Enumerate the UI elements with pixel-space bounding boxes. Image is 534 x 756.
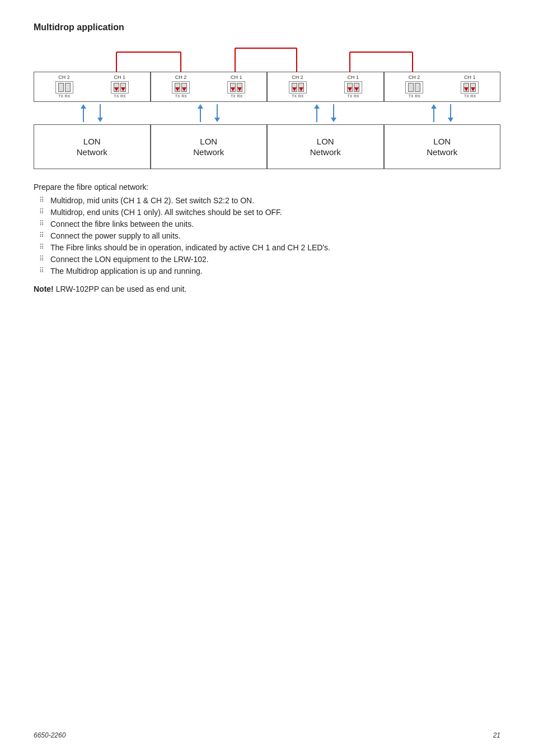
- port-1-ch1-tx: [114, 83, 119, 92]
- arrow-down-1: [97, 104, 103, 122]
- lon-box-1: LONNetwork: [34, 124, 151, 169]
- port-group-2-ch2: [172, 81, 190, 94]
- arrow-area-1: [81, 102, 103, 124]
- port-labels-4-ch1: TX RX: [463, 94, 476, 98]
- port-labels-1-ch2: TX RX: [58, 94, 71, 98]
- arrow-up-4: [431, 104, 437, 122]
- arrow-head-down-4: [448, 118, 453, 122]
- device-channels-1: CH 2 TX RX CH 1: [36, 74, 148, 98]
- arrow-1-ch1-rx: [121, 87, 125, 91]
- arrow-area-3: [314, 102, 336, 124]
- port-group-2-ch1: [227, 81, 245, 94]
- arrow-3-ch1-rx: [354, 87, 359, 91]
- unit-block-4: CH 2 TX RX CH 1: [384, 72, 501, 169]
- port-2-ch1-tx: [230, 83, 236, 92]
- lon-box-3: LONNetwork: [267, 124, 384, 169]
- bullet-item-1: Multidrop, mid units (CH 1 & CH 2). Set …: [34, 196, 500, 205]
- channel-4-ch1-label: CH 1: [464, 74, 476, 80]
- lon-box-2: LONNetwork: [151, 124, 268, 169]
- channel-2-ch2: CH 2 TX RX: [172, 74, 190, 98]
- port-group-3-ch1: [344, 81, 362, 94]
- device-4: CH 2 TX RX CH 1: [384, 72, 501, 102]
- unit-block-3: CH 2 TX RX: [267, 72, 384, 169]
- arrow-shaft-up-4: [433, 109, 434, 122]
- port-labels-2-ch1: TX RX: [230, 94, 242, 98]
- rx-label: RX: [237, 94, 242, 98]
- bullet-item-7: The Multidrop application is up and runn…: [34, 267, 500, 276]
- channel-1-ch2: CH 2 TX RX: [55, 74, 73, 98]
- top-connector: [34, 44, 500, 72]
- content-section: Prepare the fibre optical network: Multi…: [34, 183, 500, 293]
- tx-label: TX: [347, 94, 353, 98]
- bullet-list: Multidrop, mid units (CH 1 & CH 2). Set …: [34, 196, 500, 276]
- device-2: CH 2 TX RX: [151, 72, 268, 102]
- bullet-item-3: Connect the fibre links between the unit…: [34, 220, 500, 228]
- arrow-up-2: [198, 104, 203, 122]
- unit-block-2: CH 2 TX RX: [151, 72, 268, 169]
- unit-block-1: CH 2 TX RX CH 1: [34, 72, 151, 169]
- arrow-1-ch1-tx: [114, 87, 119, 91]
- channel-2-ch1-label: CH 1: [231, 74, 242, 80]
- rx-label: RX: [298, 94, 304, 98]
- footer-left: 6650-2260: [34, 731, 65, 739]
- arrow-3-ch2-tx: [292, 87, 297, 91]
- port-labels-3-ch2: TX RX: [292, 94, 304, 98]
- arrow-up-3: [314, 104, 320, 122]
- device-1: CH 2 TX RX CH 1: [34, 72, 151, 102]
- rx-label: RX: [120, 94, 126, 98]
- tx-label: TX: [230, 94, 236, 98]
- arrow-shaft-up-3: [316, 109, 317, 122]
- rx-label: RX: [354, 94, 359, 98]
- tx-label: TX: [58, 94, 64, 98]
- port-1-ch1-rx: [120, 83, 126, 92]
- tx-label: TX: [408, 94, 414, 98]
- connector-svg: [34, 44, 500, 72]
- arrow-head-down-2: [214, 118, 220, 122]
- port-3-ch1-tx: [347, 83, 353, 92]
- device-channels-3: CH 2 TX RX: [270, 74, 381, 98]
- arrow-down-3: [331, 104, 336, 122]
- port-group-1-ch1: [111, 81, 129, 94]
- rx-label: RX: [470, 94, 476, 98]
- arrow-area-4: [431, 102, 453, 124]
- arrow-2-ch2-rx: [182, 87, 186, 91]
- port-3-ch2-rx: [298, 83, 304, 92]
- port-3-ch1-rx: [354, 83, 359, 92]
- channel-3-ch2-label: CH 2: [292, 74, 303, 80]
- port-2-ch2-tx: [175, 83, 180, 92]
- port-1-ch2-tx: [58, 83, 64, 92]
- arrow-head-down-3: [331, 118, 336, 122]
- port-group-4-ch2: [405, 81, 423, 94]
- diagram: CH 2 TX RX CH 1: [34, 44, 500, 169]
- port-labels-3-ch1: TX RX: [347, 94, 359, 98]
- bullet-item-5: The Fibre links should be in operation, …: [34, 243, 500, 252]
- tx-label: TX: [175, 94, 180, 98]
- arrow-3-ch2-rx: [299, 87, 303, 91]
- bullet-item-2: Multidrop, end units (CH 1 only). All sw…: [34, 208, 500, 217]
- lon-box-4: LONNetwork: [384, 124, 501, 169]
- arrow-head-down-1: [97, 118, 103, 122]
- arrow-2-ch1-rx: [237, 87, 242, 91]
- rx-label: RX: [65, 94, 71, 98]
- port-4-ch2-rx: [415, 83, 420, 92]
- arrow-3-ch1-tx: [348, 87, 352, 91]
- port-4-ch1-tx: [463, 83, 469, 92]
- tx-label: TX: [463, 94, 469, 98]
- channel-3-ch2: CH 2 TX RX: [289, 74, 307, 98]
- note-section: Note! LRW-102PP can be used as end unit.: [34, 284, 500, 293]
- channel-2-ch2-label: CH 2: [175, 74, 187, 80]
- units-row: CH 2 TX RX CH 1: [34, 72, 500, 169]
- arrow-2-ch1-tx: [231, 87, 235, 91]
- port-2-ch1-rx: [237, 83, 242, 92]
- channel-1-ch1: CH 1 TX RX: [111, 74, 129, 98]
- port-4-ch2-tx: [408, 83, 414, 92]
- port-labels-4-ch2: TX RX: [408, 94, 420, 98]
- rx-label: RX: [181, 94, 187, 98]
- port-1-ch2-rx: [65, 83, 71, 92]
- footer-right: 21: [493, 731, 500, 739]
- arrow-head-up-1: [81, 104, 86, 109]
- channel-4-ch2-label: CH 2: [409, 74, 420, 80]
- port-labels-1-ch1: TX RX: [114, 94, 126, 98]
- tx-label: TX: [292, 94, 297, 98]
- channel-1-ch2-label: CH 2: [58, 74, 70, 80]
